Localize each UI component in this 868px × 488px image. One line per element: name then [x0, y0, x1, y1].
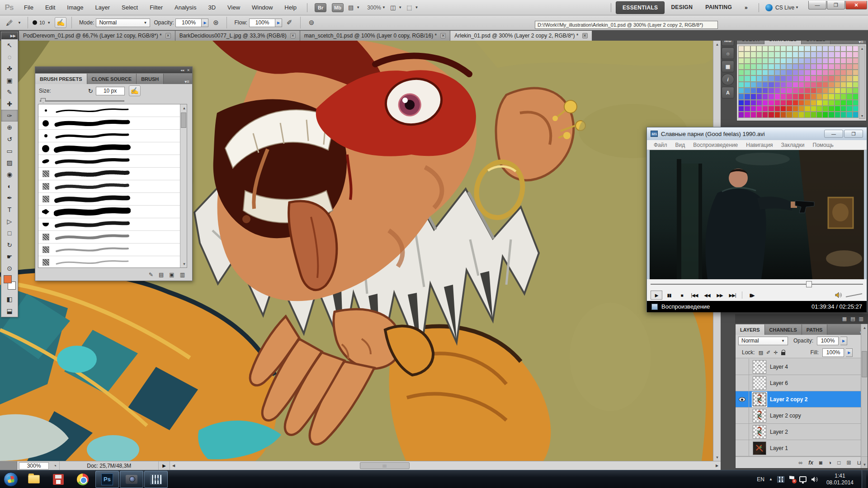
color-swatch[interactable]: [811, 94, 816, 99]
lock-all-icon[interactable]: [781, 352, 785, 355]
brush-preset-row[interactable]: [38, 104, 187, 117]
minimize-button[interactable]: —: [808, 1, 826, 9]
color-swatch[interactable]: [744, 106, 750, 112]
color-swatch[interactable]: [738, 100, 744, 106]
color-swatch[interactable]: [811, 100, 816, 106]
color-swatch[interactable]: [793, 64, 798, 70]
taskbar-capture-button[interactable]: [120, 471, 143, 488]
foreground-color-swatch[interactable]: [4, 275, 12, 283]
seek-bar[interactable]: [647, 279, 867, 289]
layer-style-icon[interactable]: fx: [808, 460, 813, 466]
color-swatch[interactable]: [750, 70, 756, 75]
color-swatch[interactable]: [738, 52, 744, 57]
color-swatch[interactable]: [762, 88, 768, 94]
menu-file[interactable]: File: [18, 0, 39, 15]
eyedropper-tool[interactable]: ✎: [1, 86, 18, 98]
minibridge-button[interactable]: Mb: [332, 3, 344, 12]
color-swatch[interactable]: [774, 58, 780, 64]
color-swatch[interactable]: [798, 64, 804, 70]
scroll-up-icon[interactable]: ▲: [713, 41, 721, 48]
chevron-down-icon[interactable]: ▼: [18, 21, 21, 25]
color-swatch[interactable]: [756, 75, 762, 81]
color-swatch[interactable]: [828, 106, 834, 112]
new-layer-icon[interactable]: ⊞: [847, 460, 851, 466]
color-swatch[interactable]: [750, 58, 756, 64]
color-swatch[interactable]: [798, 58, 804, 64]
color-swatch[interactable]: [798, 75, 804, 81]
layer-row-layer-2-copy[interactable]: Layer 2 copy: [736, 408, 868, 424]
color-swatch[interactable]: [780, 94, 786, 99]
brush-preset-row[interactable]: [38, 130, 187, 142]
color-swatch[interactable]: [822, 82, 828, 88]
color-swatch[interactable]: [804, 52, 810, 57]
color-swatch[interactable]: [840, 112, 846, 117]
color-swatch[interactable]: [762, 100, 768, 106]
language-indicator[interactable]: EN: [757, 476, 764, 483]
scroll-down-icon[interactable]: ▼: [713, 454, 721, 461]
menu-window[interactable]: Window: [246, 0, 278, 15]
color-swatch[interactable]: [780, 75, 786, 81]
color-swatch[interactable]: [853, 52, 859, 57]
color-swatch[interactable]: [846, 100, 852, 106]
visibility-toggle[interactable]: [736, 359, 749, 375]
color-swatch[interactable]: [835, 46, 840, 52]
color-swatch[interactable]: [786, 75, 792, 81]
link-layers-icon[interactable]: ∞: [799, 460, 803, 466]
move-tool[interactable]: ↖: [1, 39, 18, 51]
stop-button[interactable]: ■: [676, 291, 688, 300]
taskbar-photoshop-button[interactable]: Ps: [95, 471, 119, 488]
color-swatch[interactable]: [853, 64, 859, 70]
close-button[interactable]: ✕: [845, 1, 867, 9]
menu-edit[interactable]: Edit: [39, 0, 61, 15]
color-swatch[interactable]: [816, 94, 822, 99]
color-swatch[interactable]: [835, 58, 840, 64]
color-swatch[interactable]: [786, 88, 792, 94]
color-swatch[interactable]: [822, 58, 828, 64]
color-swatch[interactable]: [750, 75, 756, 81]
color-swatch[interactable]: [840, 70, 846, 75]
media-player-title-bar[interactable]: 321 Славные парни (Good feelas) 1990.avi…: [647, 127, 867, 140]
scroll-down-icon[interactable]: ▼: [180, 260, 187, 267]
color-swatch[interactable]: [840, 106, 846, 112]
color-swatch[interactable]: [804, 46, 810, 52]
workspace-painting[interactable]: PAINTING: [699, 1, 738, 14]
color-swatch[interactable]: [811, 112, 816, 117]
color-swatch[interactable]: [846, 112, 852, 117]
color-swatch[interactable]: [756, 70, 762, 75]
color-swatch[interactable]: [744, 82, 750, 88]
lock-pixels-icon[interactable]: ✐: [766, 350, 770, 356]
color-swatch[interactable]: [828, 82, 834, 88]
media-menu-закладки[interactable]: Закладки: [777, 142, 809, 148]
color-swatch[interactable]: [738, 70, 744, 75]
close-tab-icon[interactable]: ✕: [440, 33, 446, 38]
color-swatch[interactable]: [768, 58, 774, 64]
color-swatch[interactable]: [811, 58, 816, 64]
collapse-panel-icon[interactable]: ◂◂: [180, 68, 184, 72]
color-swatch[interactable]: [750, 64, 756, 70]
rewind-button[interactable]: ◀◀: [701, 291, 713, 300]
color-swatch[interactable]: [793, 106, 798, 112]
color-swatch[interactable]: [744, 58, 750, 64]
color-swatch[interactable]: [828, 64, 834, 70]
color-swatch[interactable]: [840, 94, 846, 99]
quick-selection-tool[interactable]: ✤: [1, 63, 18, 75]
workspace-overflow-icon[interactable]: »: [738, 2, 754, 14]
color-swatch[interactable]: [750, 112, 756, 117]
color-swatch[interactable]: [835, 75, 840, 81]
color-swatch[interactable]: [846, 75, 852, 81]
brush-preset-row[interactable]: [38, 256, 187, 268]
color-swatch[interactable]: [816, 112, 822, 117]
color-swatch[interactable]: [744, 64, 750, 70]
color-swatch[interactable]: [750, 100, 756, 106]
color-swatch[interactable]: [793, 75, 798, 81]
color-swatch[interactable]: [774, 106, 780, 112]
color-swatch[interactable]: [835, 88, 840, 94]
color-swatch[interactable]: [762, 46, 768, 52]
color-swatch[interactable]: [768, 100, 774, 106]
blend-mode-select[interactable]: Normal ▼: [738, 337, 788, 345]
color-swatch[interactable]: [816, 64, 822, 70]
color-swatch[interactable]: [828, 112, 834, 117]
color-swatch[interactable]: [762, 94, 768, 99]
color-swatch[interactable]: [762, 75, 768, 81]
healing-brush-tool[interactable]: ✚: [1, 98, 18, 110]
